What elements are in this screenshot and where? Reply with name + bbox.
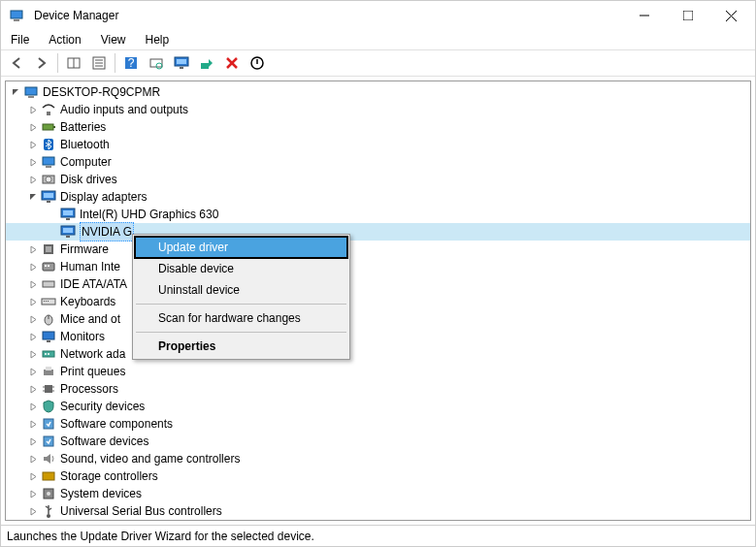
context-menu-item[interactable]: Scan for hardware changes: [135, 307, 347, 329]
expand-collapse-icon[interactable]: [25, 399, 41, 414]
tree-category-label: Human Inte: [60, 258, 120, 275]
computer-icon: [41, 154, 56, 170]
expand-collapse-icon[interactable]: [25, 434, 41, 449]
context-menu-item[interactable]: Properties: [135, 336, 347, 357]
tree-category[interactable]: Security devices: [6, 398, 750, 415]
tree-category-label: Batteries: [60, 118, 106, 136]
tree-category[interactable]: Firmware: [6, 241, 750, 258]
device-tree[interactable]: DESKTOP-RQ9CPMRAudio inputs and outputsB…: [5, 80, 751, 521]
tree-category[interactable]: Sound, video and game controllers: [6, 450, 750, 467]
menu-view[interactable]: View: [93, 32, 134, 48]
expand-collapse-icon[interactable]: [25, 311, 41, 327]
tree-category[interactable]: Processors: [6, 380, 750, 398]
tree-category[interactable]: Software devices: [6, 433, 750, 450]
mouse-icon: [41, 311, 56, 327]
expand-collapse-icon[interactable]: [25, 189, 41, 205]
tree-category[interactable]: Display adapters: [6, 188, 750, 206]
system-icon: [41, 486, 56, 501]
security-icon: [41, 399, 56, 414]
tree-category[interactable]: Disk drives: [6, 171, 750, 188]
expand-collapse-icon[interactable]: [25, 172, 41, 187]
expand-collapse-icon[interactable]: [25, 346, 41, 362]
tree-category-label: Universal Serial Bus controllers: [60, 502, 222, 520]
expand-collapse-icon[interactable]: [25, 486, 41, 501]
menu-help[interactable]: Help: [138, 32, 178, 48]
context-menu-item[interactable]: Update driver: [134, 236, 348, 259]
context-menu-item[interactable]: Disable device: [135, 258, 347, 279]
menu-action[interactable]: Action: [41, 32, 88, 48]
maximize-button[interactable]: [666, 2, 709, 29]
tree-category-label: Print queues: [60, 363, 125, 380]
forward-button[interactable]: [30, 51, 53, 75]
uninstall-device-button[interactable]: [220, 51, 244, 75]
expand-collapse-icon[interactable]: [25, 329, 41, 344]
tree-category[interactable]: Universal Serial Bus controllers: [6, 502, 750, 520]
tree-category-label: System devices: [60, 485, 142, 502]
close-button[interactable]: [709, 2, 753, 29]
tree-category-label: Software components: [60, 415, 173, 433]
disable-device-button[interactable]: [246, 51, 269, 75]
menu-file[interactable]: File: [3, 32, 37, 48]
display-icon: [60, 224, 76, 240]
tree-category-label: Bluetooth: [60, 136, 110, 153]
tree-category-label: Sound, video and game controllers: [60, 450, 240, 467]
expand-collapse-icon[interactable]: [25, 241, 41, 257]
expand-collapse-icon[interactable]: [25, 276, 41, 292]
tree-device[interactable]: Intel(R) UHD Graphics 630: [6, 206, 750, 223]
tree-category[interactable]: IDE ATA/ATA: [6, 275, 750, 293]
expand-collapse-icon[interactable]: [25, 102, 41, 117]
tree-category[interactable]: Network ada: [6, 345, 750, 363]
toolbar: ?: [1, 49, 755, 77]
back-button[interactable]: [5, 51, 28, 75]
expand-collapse-icon[interactable]: [25, 468, 41, 484]
expand-collapse-icon[interactable]: [25, 259, 41, 274]
tree-device[interactable]: NVIDIA G: [6, 223, 750, 241]
tree-category[interactable]: System devices: [6, 485, 750, 502]
expand-collapse-icon[interactable]: [25, 381, 41, 397]
tree-category[interactable]: Batteries: [6, 118, 750, 136]
svg-rect-42: [683, 11, 693, 20]
disk-icon: [41, 172, 56, 187]
context-menu-item[interactable]: Uninstall device: [135, 279, 347, 301]
tree-category[interactable]: Storage controllers: [6, 467, 750, 485]
expand-collapse-icon[interactable]: [25, 137, 41, 152]
expand-collapse-icon[interactable]: [25, 503, 41, 519]
tree-root[interactable]: DESKTOP-RQ9CPMR: [6, 83, 750, 101]
tree-category[interactable]: Bluetooth: [6, 136, 750, 153]
tree-category[interactable]: Audio inputs and outputs: [6, 101, 750, 118]
expand-collapse-icon[interactable]: [25, 294, 41, 309]
tree-category[interactable]: Human Inte: [6, 258, 750, 275]
expand-collapse-icon[interactable]: [25, 451, 41, 467]
help-button[interactable]: ?: [119, 51, 143, 75]
menu-separator: [136, 332, 346, 333]
minimize-button[interactable]: [622, 2, 666, 29]
tree-category-label: Monitors: [60, 328, 105, 345]
app-icon: [9, 8, 24, 23]
update-driver-button[interactable]: [170, 51, 193, 75]
expand-collapse-icon[interactable]: [25, 119, 41, 135]
tree-category[interactable]: Mice and ot: [6, 310, 750, 328]
expand-collapse-icon[interactable]: [25, 416, 41, 432]
show-hide-console-button[interactable]: [62, 51, 85, 75]
tree-category-label: Firmware: [60, 241, 109, 258]
expand-collapse-icon[interactable]: [25, 154, 41, 170]
tree-category[interactable]: Print queues: [6, 363, 750, 380]
scan-hardware-button[interactable]: [145, 51, 168, 75]
tree-category-label: Keyboards: [60, 293, 115, 310]
display-icon: [60, 207, 76, 222]
enable-device-button[interactable]: [195, 51, 218, 75]
tree-category-label: Processors: [60, 380, 118, 398]
expand-collapse-icon[interactable]: [8, 84, 23, 100]
ide-icon: [41, 276, 56, 292]
tree-category[interactable]: Computer: [6, 153, 750, 171]
status-bar: Launches the Update Driver Wizard for th…: [1, 525, 755, 546]
tree-category[interactable]: Monitors: [6, 328, 750, 345]
tree-category[interactable]: Software components: [6, 415, 750, 433]
expand-collapse-icon[interactable]: [25, 364, 41, 379]
usb-icon: [41, 503, 56, 519]
software-icon: [41, 416, 56, 432]
tree-category[interactable]: Keyboards: [6, 293, 750, 310]
window-title: Device Manager: [34, 9, 118, 22]
properties-button[interactable]: [87, 51, 111, 75]
tree-category-label: Mice and ot: [60, 310, 120, 328]
